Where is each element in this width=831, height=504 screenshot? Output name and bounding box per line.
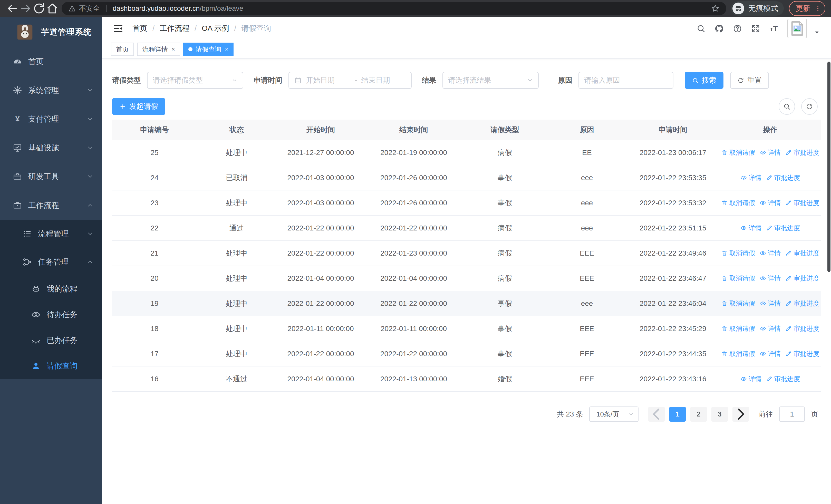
search-icon	[783, 102, 791, 110]
cancel-leave-link[interactable]: 取消请假	[721, 350, 755, 358]
sidebar-item-workflow[interactable]: 工作流程	[0, 191, 102, 220]
scrollbar-thumb[interactable]	[827, 62, 830, 272]
detail-link[interactable]: 详情	[740, 224, 762, 232]
cancel-leave-link[interactable]: 取消请假	[721, 324, 755, 333]
fullscreen-icon[interactable]	[751, 24, 761, 33]
tab-label: 流程详情	[142, 45, 168, 54]
reason-input[interactable]: 请输入原因	[578, 72, 674, 89]
detail-link[interactable]: 详情	[760, 274, 781, 283]
tab-leave-query[interactable]: 请假查询×	[183, 42, 233, 56]
sidebar-item-system-mgmt[interactable]: 系统管理	[0, 76, 102, 105]
incognito-badge[interactable]: 无痕模式	[731, 1, 784, 16]
sidebar-item-payment-mgmt[interactable]: ¥支付管理	[0, 105, 102, 134]
row-actions: 取消请假详情审批进度	[719, 199, 821, 207]
cancel-leave-link[interactable]: 取消请假	[721, 148, 755, 157]
row-actions: 取消请假详情审批进度	[719, 249, 821, 257]
prev-page-button[interactable]	[648, 407, 665, 422]
detail-link[interactable]: 详情	[760, 350, 781, 358]
sidebar-item-task-mgmt[interactable]: 任务管理	[0, 248, 102, 276]
create-leave-button[interactable]: 发起请假	[112, 98, 165, 115]
detail-link[interactable]: 详情	[760, 299, 781, 308]
apply-time-range-picker[interactable]: 开始日期 - 结束日期	[288, 72, 412, 89]
page-button-3[interactable]: 3	[711, 407, 728, 422]
detail-link[interactable]: 详情	[760, 324, 781, 333]
page-size-select[interactable]: 10条/页	[589, 407, 638, 422]
sidebar-item-done-tasks[interactable]: 已办任务	[0, 327, 102, 353]
edit-icon	[766, 376, 773, 382]
url-bar[interactable]: 不安全 dashboard.yudao.iocoder.cn/bpm/oa/le…	[62, 2, 726, 15]
breadcrumb-item[interactable]: 工作流程	[160, 23, 190, 34]
header-search-icon[interactable]	[696, 24, 706, 33]
app-logo[interactable]: 芋道管理系统	[0, 17, 102, 47]
sidebar-item-my-process[interactable]: 我的流程	[0, 276, 102, 302]
logo-image	[17, 24, 33, 40]
sidebar-item-leave-query[interactable]: 请假查询	[0, 353, 102, 379]
page-button-1[interactable]: 1	[669, 407, 686, 422]
sidebar-item-process-mgmt[interactable]: 流程管理	[0, 220, 102, 248]
page-button-2[interactable]: 2	[690, 407, 707, 422]
reload-icon[interactable]	[32, 2, 46, 15]
sidebar-item-todo-tasks[interactable]: 待办任务	[0, 302, 102, 327]
action-label: 取消请假	[729, 299, 755, 308]
edit-icon	[785, 250, 792, 256]
briefcase-icon	[13, 201, 22, 210]
progress-link[interactable]: 审批进度	[785, 148, 819, 157]
search-button[interactable]: 搜索	[685, 72, 723, 89]
cancel-leave-link[interactable]: 取消请假	[721, 199, 755, 207]
sidebar-item-dev-tools[interactable]: 研发工具	[0, 162, 102, 191]
cancel-leave-link[interactable]: 取消请假	[721, 249, 755, 257]
detail-link[interactable]: 详情	[760, 249, 781, 257]
close-icon[interactable]: ×	[225, 46, 228, 53]
hamburger-icon[interactable]	[113, 23, 123, 34]
result-select[interactable]: 请选择流结果	[442, 72, 539, 89]
detail-link[interactable]: 详情	[760, 148, 781, 157]
tab-process-detail[interactable]: 流程详情×	[137, 42, 180, 56]
progress-link[interactable]: 审批进度	[766, 174, 800, 182]
progress-link[interactable]: 审批进度	[785, 199, 819, 207]
next-page-button[interactable]	[733, 407, 749, 422]
font-size-icon[interactable]: TT	[769, 24, 779, 33]
breadcrumb-item[interactable]: 首页	[133, 23, 147, 34]
leave-type-select[interactable]: 请选择请假类型	[147, 72, 243, 89]
progress-link[interactable]: 审批进度	[785, 249, 819, 257]
progress-link[interactable]: 审批进度	[785, 299, 819, 308]
cancel-leave-link[interactable]: 取消请假	[721, 299, 755, 308]
help-icon[interactable]	[733, 24, 742, 33]
flow-icon	[23, 257, 32, 267]
browser-menu-icon[interactable]	[814, 5, 822, 12]
breadcrumb-item: 请假查询	[241, 23, 271, 34]
start-date-input[interactable]: 开始日期	[306, 76, 350, 85]
detail-link[interactable]: 详情	[740, 375, 762, 383]
progress-link[interactable]: 审批进度	[785, 324, 819, 333]
avatar[interactable]	[787, 19, 807, 38]
progress-link[interactable]: 审批进度	[766, 224, 800, 232]
home-icon[interactable]	[46, 2, 59, 15]
chevron-down-icon	[527, 77, 533, 83]
detail-link[interactable]: 详情	[760, 199, 781, 207]
tab-home[interactable]: 首页	[111, 42, 134, 56]
cell-apply-time: 2022-01-22 23:49:46	[627, 249, 719, 257]
reset-button[interactable]: 重置	[730, 72, 769, 89]
cell-reason: EEE	[547, 274, 627, 283]
close-icon[interactable]: ×	[171, 46, 175, 53]
update-button[interactable]: 更新	[789, 1, 825, 16]
cell-id: 16	[112, 375, 197, 383]
bookmark-star-icon[interactable]	[711, 4, 720, 13]
forward-icon[interactable]	[19, 2, 32, 15]
end-date-input[interactable]: 结束日期	[361, 76, 406, 85]
breadcrumb-item[interactable]: OA 示例	[202, 23, 229, 34]
goto-page-input[interactable]: 1	[779, 407, 805, 422]
progress-link[interactable]: 审批进度	[785, 350, 819, 358]
detail-link[interactable]: 详情	[740, 174, 762, 182]
cancel-leave-link[interactable]: 取消请假	[721, 274, 755, 283]
github-icon[interactable]	[715, 24, 724, 33]
show-search-button[interactable]	[779, 98, 795, 115]
progress-link[interactable]: 审批进度	[766, 375, 800, 383]
row-actions: 取消请假详情审批进度	[719, 148, 821, 157]
sidebar-item-home[interactable]: 首页	[0, 47, 102, 76]
progress-link[interactable]: 审批进度	[785, 274, 819, 283]
refresh-table-button[interactable]	[801, 98, 818, 115]
back-icon[interactable]	[6, 2, 19, 15]
sidebar-item-infrastructure[interactable]: 基础设施	[0, 134, 102, 162]
chevron-down-icon[interactable]	[813, 29, 820, 38]
